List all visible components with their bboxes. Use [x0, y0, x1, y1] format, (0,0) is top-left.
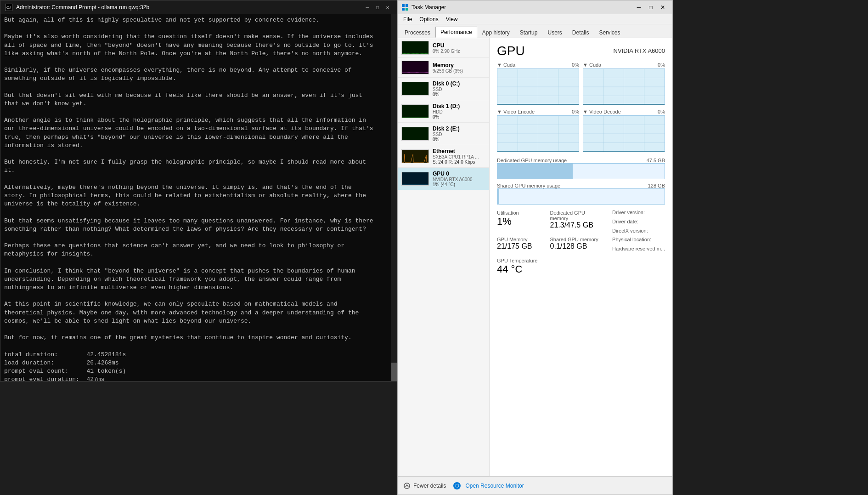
gpu-cuda1-graph — [497, 68, 579, 105]
disk0-info: Disk 0 (C:) SSD 0% — [433, 80, 485, 97]
disk2-sub: SSD — [433, 132, 485, 137]
resource-item-disk0-header: Disk 0 (C:) SSD 0% — [401, 80, 485, 97]
cmd-maximize-button[interactable]: □ — [373, 4, 382, 11]
gpu-title: GPU — [497, 44, 525, 58]
resource-item-disk0[interactable]: Disk 0 (C:) SSD 0% — [398, 78, 489, 100]
cpu-mini-graph — [401, 41, 429, 55]
gpu-utilisation-value: 1% — [497, 216, 550, 228]
resource-item-ethernet[interactable]: Ethernet SXB3A CPU1 RP1A ... S: 24.0 R: … — [398, 145, 489, 168]
gpu0-pct: 1% (44 °C) — [433, 182, 485, 187]
cmd-scrollbar-thumb[interactable] — [391, 363, 397, 381]
cuda1-pct-text: 0% — [572, 62, 579, 68]
tm-title-left: Task Manager — [401, 4, 446, 11]
tm-close-button[interactable]: ✕ — [657, 2, 669, 12]
gpu-cuda1-section: ▼ Cuda 0% — [497, 62, 579, 105]
cmd-scrollbar[interactable] — [391, 14, 397, 381]
gpu-details-row: Utilisation 1% Dedicated GPU memory 21.3… — [497, 208, 665, 277]
tm-menu-view[interactable]: View — [442, 15, 462, 23]
disk2-info: Disk 2 (E:) SSD 0% — [433, 125, 485, 142]
tm-controls: ─ □ ✕ — [633, 2, 669, 12]
cmd-close-button[interactable]: ✕ — [383, 4, 392, 11]
resource-monitor-icon: ⬡ — [453, 482, 461, 489]
open-resource-monitor-label: Open Resource Monitor — [465, 483, 524, 489]
tab-startup[interactable]: Startup — [515, 27, 543, 38]
cuda2-label-text: ▼ Cuda — [583, 62, 601, 68]
memory-info: Memory 9/256 GB (3%) — [433, 62, 485, 74]
tab-processes[interactable]: Processes — [400, 27, 435, 38]
svg-rect-1 — [406, 4, 408, 7]
gpu-memory-block: GPU Memory 21/175 GB — [497, 235, 550, 252]
cmd-title-text: Administrator: Command Prompt - ollama r… — [16, 4, 149, 11]
chevron-up-icon — [403, 482, 411, 489]
resource-item-cpu[interactable]: CPU 0% 2.90 GHz — [398, 38, 489, 58]
cmd-minimize-button[interactable]: ─ — [363, 4, 372, 11]
tab-services[interactable]: Services — [594, 27, 626, 38]
resource-item-cpu-header: CPU 0% 2.90 GHz — [401, 41, 485, 55]
gpu-header: GPU NVIDIA RTX A6000 — [497, 44, 665, 58]
gpu-temp-label: GPU Temperature — [497, 258, 603, 263]
gpu-cuda2-graph — [583, 68, 665, 105]
ethernet-name: Ethernet — [433, 148, 485, 154]
gpu-temp-block: GPU Temperature 44 °C — [497, 256, 603, 277]
svg-rect-0 — [402, 4, 405, 7]
cmd-icon: C:\ — [5, 4, 12, 11]
disk0-pct: 0% — [433, 92, 485, 97]
fewer-details-button[interactable]: Fewer details — [403, 482, 446, 489]
disk0-sub: SSD — [433, 87, 485, 92]
gpu-encode-section: ▼ Video Encode 0% — [497, 109, 579, 152]
tab-app-history[interactable]: App history — [477, 27, 515, 38]
gpu-dedicated-memory-label: Dedicated GPU memory usage 47.5 GB — [497, 158, 665, 163]
tm-minimize-button[interactable]: ─ — [633, 2, 645, 12]
open-resource-monitor-button[interactable]: ⬡ Open Resource Monitor — [453, 482, 524, 489]
tab-performance[interactable]: Performance — [435, 27, 477, 38]
dedicated-mem-size-text: 47.5 GB — [647, 158, 665, 163]
tm-menu-options[interactable]: Options — [416, 15, 442, 23]
gpu-dedicated-mem-block: Dedicated GPU memory 21.3/47.5 GB — [550, 208, 603, 231]
physical-location-row: Physical location: — [612, 235, 665, 245]
gpu-shared-memory-section: Shared GPU memory usage 128 GB — [497, 183, 665, 205]
cpu-sub: 0% 2.90 GHz — [433, 49, 485, 54]
resource-item-disk2[interactable]: Disk 2 (E:) SSD 0% — [398, 123, 489, 145]
gpu-shared-mem-stat-label: Shared GPU memory — [550, 237, 603, 242]
cpu-info: CPU 0% 2.90 GHz — [433, 42, 485, 54]
resource-item-disk1[interactable]: Disk 1 (D:) HDD 0% — [398, 100, 489, 123]
cuda1-label-text: ▼ Cuda — [497, 62, 515, 68]
gpu0-info: GPU 0 NVIDIA RTX A6000 1% (44 °C) — [433, 171, 485, 187]
cmd-controls: ─ □ ✕ — [363, 4, 392, 11]
disk1-name: Disk 1 (D:) — [433, 103, 485, 109]
dedicated-mem-label-text: Dedicated GPU memory usage — [497, 158, 567, 163]
gpu-temp-value: 44 °C — [497, 263, 603, 275]
tab-details[interactable]: Details — [567, 27, 594, 38]
gpu-cuda2-section: ▼ Cuda 0% — [583, 62, 665, 105]
tm-gpu-detail: GPU NVIDIA RTX A6000 ▼ Cuda 0% — [490, 38, 672, 476]
gpu-dedicated-memory-bar — [497, 163, 665, 179]
gpu-cuda2-label: ▼ Cuda 0% — [583, 62, 665, 68]
tm-menu-file[interactable]: File — [400, 15, 416, 23]
driver-date-row: Driver date: — [612, 217, 665, 227]
disk2-name: Disk 2 (E:) — [433, 125, 485, 132]
gpu0-sub: NVIDIA RTX A6000 — [433, 177, 485, 182]
gpu-model: NVIDIA RTX A6000 — [614, 44, 665, 54]
gpu-decode-graph — [583, 115, 665, 152]
disk2-pct: 0% — [433, 137, 485, 142]
resource-item-ethernet-header: Ethernet SXB3A CPU1 RP1A ... S: 24.0 R: … — [401, 148, 485, 165]
svg-rect-3 — [406, 8, 408, 11]
decode-label-text: ▼ Video Decode — [583, 109, 621, 114]
gpu-shared-memory-label: Shared GPU memory usage 128 GB — [497, 183, 665, 188]
resource-item-disk2-header: Disk 2 (E:) SSD 0% — [401, 125, 485, 142]
disk1-sub: HDD — [433, 109, 485, 114]
gpu-decode-label: ▼ Video Decode 0% — [583, 109, 665, 114]
resource-item-gpu0[interactable]: GPU 0 NVIDIA RTX A6000 1% (44 °C) — [398, 168, 489, 190]
tm-body: CPU 0% 2.90 GHz Memory 9/256 GB (3%) — [398, 38, 672, 476]
gpu-dedicated-mem-stat-value: 21.3/47.5 GB — [550, 221, 603, 229]
disk2-mini-graph — [401, 127, 429, 141]
ethernet-info: Ethernet SXB3A CPU1 RP1A ... S: 24.0 R: … — [433, 148, 485, 165]
tm-maximize-button[interactable]: □ — [645, 2, 657, 12]
gpu-stats-row2: GPU Memory 21/175 GB Shared GPU memory 0… — [497, 235, 603, 252]
disk1-mini-graph — [401, 104, 429, 118]
resource-item-disk1-header: Disk 1 (D:) HDD 0% — [401, 103, 485, 119]
tab-users[interactable]: Users — [542, 27, 567, 38]
resource-item-memory[interactable]: Memory 9/256 GB (3%) — [398, 58, 489, 78]
gpu-encode-label: ▼ Video Encode 0% — [497, 109, 579, 114]
tm-menubar: File Options View — [398, 14, 672, 24]
